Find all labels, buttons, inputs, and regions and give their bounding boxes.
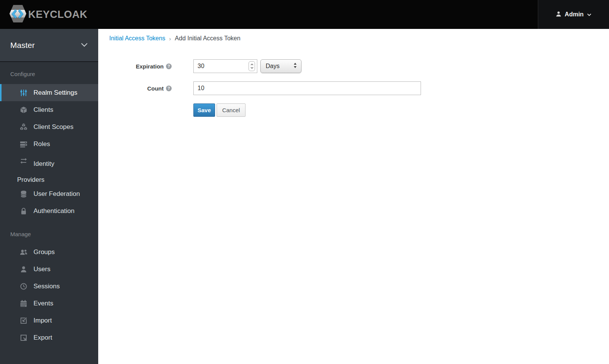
user-menu[interactable]: Admin [538, 0, 609, 29]
help-icon[interactable] [166, 64, 172, 69]
sidebar-item-label: Client Scopes [33, 123, 73, 131]
top-navbar: KEYCLOAK Admin [0, 0, 609, 29]
sidebar-item-sessions[interactable]: Sessions [0, 278, 98, 295]
calendar-icon [20, 300, 27, 307]
keycloak-brand[interactable]: KEYCLOAK [9, 0, 88, 29]
sidebar-item-label: User Federation [33, 190, 80, 198]
cube-icon [20, 106, 27, 114]
sidebar-item-realm-settings[interactable]: Realm Settings [0, 84, 98, 101]
user-icon [556, 11, 561, 18]
database-icon [20, 190, 27, 198]
sidebar-item-label: Authentication [33, 207, 75, 215]
chevron-down-icon [587, 11, 591, 18]
sidebar-item-import[interactable]: Import [0, 312, 98, 329]
sidebar-item-label: Realm Settings [33, 89, 77, 97]
expiration-row: Expiration Days [109, 59, 421, 73]
sidebar-item-roles[interactable]: Roles [0, 135, 98, 153]
people-icon [20, 248, 27, 256]
person-icon [20, 265, 27, 273]
import-icon [20, 317, 27, 324]
count-label: Count [147, 85, 164, 92]
sidebar-item-authentication[interactable]: Authentication [0, 202, 98, 219]
manage-nav: Groups Users Sessions [0, 243, 98, 346]
breadcrumb-current: Add Initial Access Token [175, 35, 240, 42]
exchange-arrows-icon [20, 157, 27, 165]
export-icon [20, 334, 27, 342]
sidebar-item-label: Sessions [33, 283, 60, 290]
sidebar: Master Configure Real [0, 29, 98, 364]
server-icon [20, 140, 27, 148]
keycloak-logo-icon [9, 4, 27, 25]
sidebar-item-label: Roles [33, 140, 50, 148]
add-token-form: Expiration Days [109, 59, 421, 117]
save-button[interactable]: Save [193, 103, 215, 117]
cubes-icon [20, 123, 27, 131]
expiration-input[interactable] [193, 59, 257, 73]
configure-nav: Realm Settings Clients [0, 84, 98, 219]
sidebar-item-clients[interactable]: Clients [0, 101, 98, 118]
realm-selector[interactable]: Master [0, 29, 98, 62]
sidebar-section-configure: Configure [10, 71, 98, 77]
sidebar-item-users[interactable]: Users [0, 261, 98, 278]
sidebar-item-export[interactable]: Export [0, 329, 98, 346]
sidebar-item-label: Groups [33, 248, 55, 256]
expiration-label: Expiration [136, 63, 164, 70]
count-input[interactable] [193, 81, 421, 95]
sidebar-item-label: Users [33, 265, 50, 273]
sidebar-item-label: Clients [33, 106, 53, 114]
chevron-down-icon [81, 42, 88, 49]
main-content: Initial Access Tokens › Add Initial Acce… [98, 29, 609, 364]
help-icon[interactable] [166, 86, 172, 91]
expiration-unit-select[interactable]: Days [260, 59, 301, 73]
form-actions: Save Cancel [109, 103, 421, 117]
lock-icon [20, 207, 27, 215]
realm-name: Master [10, 41, 81, 50]
brand-wordmark: KEYCLOAK [28, 9, 88, 21]
sidebar-item-label: Import [33, 317, 52, 324]
user-name: Admin [565, 11, 584, 18]
count-row: Count [109, 81, 421, 95]
breadcrumb-link-initial-access-tokens[interactable]: Initial Access Tokens [109, 35, 165, 42]
clock-icon [20, 283, 27, 290]
sidebar-item-events[interactable]: Events [0, 295, 98, 312]
sidebar-section-manage: Manage [10, 231, 98, 237]
breadcrumb: Initial Access Tokens › Add Initial Acce… [109, 35, 241, 42]
select-arrows-icon [293, 62, 297, 70]
sidebar-item-identity-providers[interactable]: Identity Providers [0, 153, 98, 185]
sidebar-item-groups[interactable]: Groups [0, 243, 98, 261]
sidebar-item-label: Export [33, 334, 52, 342]
selected-unit: Days [266, 63, 293, 70]
cancel-button[interactable]: Cancel [217, 103, 246, 117]
breadcrumb-separator-icon: › [165, 35, 175, 42]
sidebar-item-client-scopes[interactable]: Client Scopes [0, 118, 98, 135]
number-spinner-icon[interactable] [249, 61, 255, 71]
sliders-icon [20, 89, 27, 97]
sidebar-item-label: Events [33, 300, 53, 307]
